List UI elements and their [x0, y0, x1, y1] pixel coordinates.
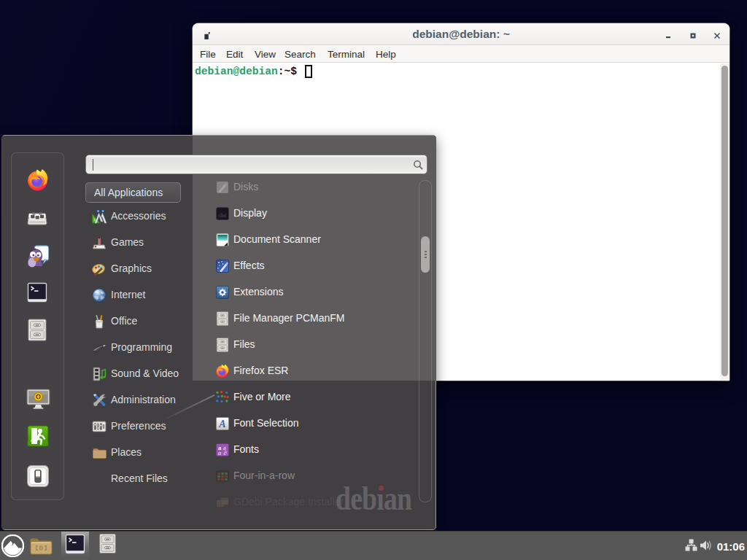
svg-text:A: A	[218, 419, 225, 429]
svg-text:∂: ∂	[223, 449, 226, 456]
svg-text:a: a	[218, 449, 221, 456]
